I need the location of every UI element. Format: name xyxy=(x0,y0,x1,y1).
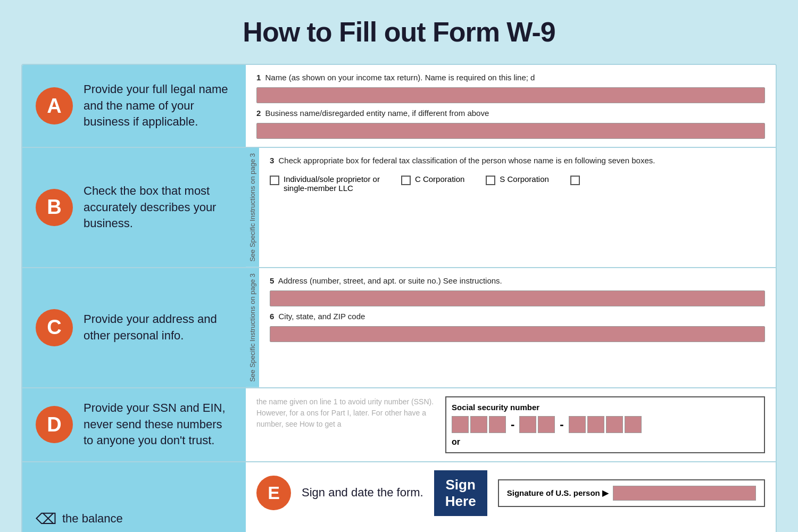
ssn-label: Social security number xyxy=(452,403,759,412)
row-b: B Check the box that most accurately des… xyxy=(22,148,776,268)
ssn-cell-8[interactable] xyxy=(606,416,623,433)
field3-label: 3 Check appropriate box for federal tax … xyxy=(270,156,765,165)
ssn-section: the name given on line 1 to avoid urity … xyxy=(256,396,765,453)
section-b-right-wrapper: See Specific Instructions on page 3 3 Ch… xyxy=(246,148,776,267)
field6-input[interactable] xyxy=(270,326,765,342)
row-c: C Provide your address and other persona… xyxy=(22,268,776,388)
ssn-cell-1[interactable] xyxy=(452,416,469,433)
badge-d: D xyxy=(36,406,73,443)
section-a-right: 1 Name (as shown on your income tax retu… xyxy=(246,65,776,147)
sign-here-line1: Sign xyxy=(444,477,478,493)
ssn-cell-6[interactable] xyxy=(569,416,586,433)
section-c-fields: 5 Address (number, street, and apt. or s… xyxy=(259,268,776,387)
ssn-dash-1: - xyxy=(511,418,514,431)
field1-input[interactable] xyxy=(256,87,765,103)
field1-label: 1 Name (as shown on your income tax retu… xyxy=(256,73,765,82)
field5-input[interactable] xyxy=(270,290,765,306)
ssn-cell-3[interactable] xyxy=(489,416,506,433)
checkbox-s-corp-label: S Corporation xyxy=(500,174,549,184)
section-b-left: B Check the box that most accurately des… xyxy=(22,148,246,267)
sign-here-box: Sign Here xyxy=(434,470,487,516)
checkboxes-row: Individual/sole proprietor or single-mem… xyxy=(270,174,765,193)
checkbox-individual-box[interactable] xyxy=(270,176,279,185)
ssn-box: Social security number - - xyxy=(445,396,765,453)
ssn-group-2 xyxy=(519,416,555,433)
badge-a: A xyxy=(36,87,73,124)
checkbox-s-corp-box[interactable] xyxy=(486,176,495,185)
ssn-dash-2: - xyxy=(560,418,563,431)
section-d-description: Provide your SSN and EIN, never send the… xyxy=(84,400,232,449)
row-a: A Provide your full legal name and the n… xyxy=(22,65,776,148)
ssn-cell-9[interactable] xyxy=(625,416,642,433)
checkbox-extra-box[interactable] xyxy=(570,176,580,185)
ssn-cell-4[interactable] xyxy=(519,416,536,433)
badge-c: C xyxy=(36,309,73,346)
field6-label: 6 City, state, and ZIP code xyxy=(270,312,765,321)
checkbox-c-corp-box[interactable] xyxy=(401,176,411,185)
checkbox-c-corp-label: C Corporation xyxy=(415,174,464,184)
section-b-description: Check the box that most accurately descr… xyxy=(84,183,232,232)
ssn-cell-5[interactable] xyxy=(538,416,555,433)
field2-input[interactable] xyxy=(256,123,765,139)
section-c-side-text: See Specific Instructions on page 3 xyxy=(246,268,259,387)
checkbox-individual: Individual/sole proprietor or single-mem… xyxy=(270,174,380,193)
ssn-group-3 xyxy=(569,416,642,433)
logo-text: the balance xyxy=(62,512,123,526)
signature-label: Signature of U.S. person ▶ xyxy=(507,488,609,498)
checkbox-individual-label: Individual/sole proprietor or single-mem… xyxy=(284,174,380,193)
checkbox-s-corp: S Corporation xyxy=(486,174,549,185)
section-e-description: Sign and date the form. xyxy=(302,485,423,501)
section-c-right-wrapper: See Specific Instructions on page 3 5 Ad… xyxy=(246,268,776,387)
logo-icon: ⌫ xyxy=(36,510,57,528)
checkbox-c-corp: C Corporation xyxy=(401,174,464,185)
section-d-right: the name given on line 1 to avoid urity … xyxy=(246,388,776,461)
ssn-group-1 xyxy=(452,416,506,433)
field2-label: 2 Business name/disregarded entity name,… xyxy=(256,109,765,118)
sign-row: E Sign and date the form. Sign Here Sign… xyxy=(256,470,765,516)
ssn-input-boxes: - - xyxy=(452,416,759,433)
section-a-left: A Provide your full legal name and the n… xyxy=(22,65,246,147)
ssn-or-label: or xyxy=(452,437,759,447)
sign-here-line2: Here xyxy=(444,493,478,510)
row-d: D Provide your SSN and EIN, never send t… xyxy=(22,388,776,462)
section-a-description: Provide your full legal name and the nam… xyxy=(84,81,232,130)
signature-field: Signature of U.S. person ▶ xyxy=(498,479,765,507)
signature-input[interactable] xyxy=(613,486,756,501)
ssn-cell-7[interactable] xyxy=(587,416,604,433)
section-b-side-text: See Specific Instructions on page 3 xyxy=(246,148,259,267)
ssn-hint-text: the name given on line 1 to avoid urity … xyxy=(256,396,437,430)
row-e: ⌫ the balance E Sign and date the form. … xyxy=(22,462,776,532)
field5-label: 5 Address (number, street, and apt. or s… xyxy=(270,276,765,285)
badge-e: E xyxy=(256,476,291,510)
section-e-right: E Sign and date the form. Sign Here Sign… xyxy=(246,462,776,532)
section-e-left: ⌫ the balance xyxy=(22,462,246,532)
section-c-left: C Provide your address and other persona… xyxy=(22,268,246,387)
ssn-cell-2[interactable] xyxy=(470,416,487,433)
logo-area: ⌫ the balance xyxy=(33,510,235,528)
section-b-fields: 3 Check appropriate box for federal tax … xyxy=(259,148,776,267)
page-title: How to Fill out Form W-9 xyxy=(21,16,777,48)
section-c-description: Provide your address and other personal … xyxy=(84,311,232,344)
section-d-left: D Provide your SSN and EIN, never send t… xyxy=(22,388,246,461)
main-container: A Provide your full legal name and the n… xyxy=(21,64,777,532)
badge-b: B xyxy=(36,189,73,226)
